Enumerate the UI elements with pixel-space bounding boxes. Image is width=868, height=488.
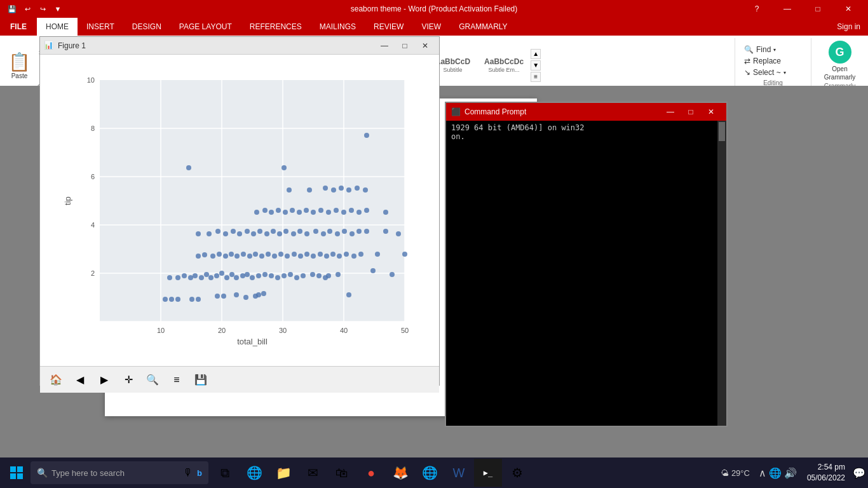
replace-button[interactable]: ⇄ Replace	[740, 55, 806, 67]
svg-point-83	[311, 254, 316, 259]
svg-point-97	[231, 229, 236, 234]
select-label: Select ~	[753, 68, 781, 77]
terminal-btn[interactable]: ▶_	[474, 459, 502, 487]
x-axis-label: total_bill	[237, 337, 268, 346]
svg-point-126	[304, 208, 309, 213]
taskbar-search[interactable]: 🔍 Type here to search 🎙 b	[31, 461, 208, 484]
customize-btn[interactable]: ▼	[51, 2, 65, 16]
tab-design[interactable]: DESIGN	[123, 18, 170, 36]
sign-in-btn[interactable]: Sign in	[829, 18, 868, 36]
styles-scroll-up[interactable]: ▲	[531, 49, 541, 59]
save-tool-btn[interactable]: 💾	[191, 370, 210, 390]
browser2-btn[interactable]: 🦊	[386, 459, 414, 487]
pan-tool-btn[interactable]: ✛	[119, 370, 138, 390]
svg-rect-0	[100, 80, 405, 322]
cmd-maximize-btn[interactable]: □	[681, 105, 701, 119]
svg-point-127	[311, 210, 316, 215]
edge-btn[interactable]: 🌐	[240, 459, 268, 487]
clock[interactable]: 2:54 pm 05/06/2022	[802, 462, 850, 484]
start-button[interactable]	[3, 459, 31, 487]
word-btn[interactable]: W	[445, 459, 473, 487]
tab-review[interactable]: REVIEW	[365, 18, 412, 36]
svg-point-38	[193, 273, 198, 278]
svg-point-68	[217, 252, 222, 257]
cmd-minimize-btn[interactable]: —	[660, 105, 681, 119]
weather-widget[interactable]: 🌤 29°C	[717, 468, 754, 478]
svg-point-95	[215, 229, 220, 234]
svg-point-77	[272, 254, 277, 259]
svg-point-53	[275, 275, 280, 280]
svg-point-32	[261, 291, 266, 296]
home-tool-btn[interactable]: 🏠	[46, 370, 65, 390]
styles-scroll-down[interactable]: ▼	[531, 60, 541, 71]
notification-icon[interactable]: 💬	[853, 467, 865, 479]
back-tool-btn[interactable]: ◀	[71, 370, 90, 390]
svg-point-61	[326, 273, 331, 278]
figure-icon: 📊	[44, 41, 54, 51]
figure-close-btn[interactable]: ✕	[415, 39, 435, 53]
tab-home[interactable]: HOME	[37, 18, 78, 36]
tab-page-layout[interactable]: PAGE LAYOUT	[170, 18, 241, 36]
weather-icon: 🌤	[721, 468, 729, 478]
close-btn[interactable]: ✕	[834, 0, 863, 18]
chrome2-btn[interactable]: 🌐	[416, 459, 444, 487]
cmd-close-btn[interactable]: ✕	[701, 105, 721, 119]
cmd-scroll-thumb[interactable]	[719, 122, 725, 141]
task-view-btn[interactable]: ⧉	[211, 459, 239, 487]
svg-point-119	[254, 210, 259, 215]
svg-point-92	[402, 252, 407, 257]
extra-btn[interactable]: ⚙	[503, 459, 531, 487]
svg-point-90	[358, 252, 363, 257]
svg-point-25	[196, 297, 201, 302]
volume-icon[interactable]: 🔊	[784, 467, 797, 479]
help-btn[interactable]: ?	[742, 0, 771, 18]
minimize-btn[interactable]: —	[773, 0, 802, 18]
configure-tool-btn[interactable]: ≡	[167, 370, 186, 390]
system-tray: ∧ 🌐 🔊	[756, 467, 799, 479]
style-subtle-em[interactable]: AaBbCcDc Subtle Em...	[478, 55, 529, 74]
svg-point-39	[199, 275, 204, 280]
zoom-tool-btn[interactable]: 🔍	[143, 370, 162, 390]
save-quick-btn[interactable]: 💾	[5, 2, 19, 16]
figure-maximize-btn[interactable]: □	[395, 39, 415, 53]
svg-point-55	[288, 272, 293, 277]
maximize-btn[interactable]: □	[803, 0, 832, 18]
styles-more[interactable]: ≡	[531, 72, 541, 82]
svg-point-58	[310, 272, 315, 277]
chrome-btn[interactable]: ●	[357, 459, 385, 487]
svg-point-122	[276, 208, 281, 213]
taskbar-icons: ⧉ 🌐 📁 ✉ 🛍 ● 🦊 🌐 W ▶_ ⚙	[211, 459, 531, 487]
svg-point-67	[210, 254, 215, 259]
svg-text:50: 50	[401, 327, 409, 334]
find-button[interactable]: 🔍 Find ▾	[740, 44, 806, 55]
svg-point-99	[245, 229, 250, 234]
tray-up-arrow[interactable]: ∧	[759, 467, 766, 479]
undo-btn[interactable]: ↩	[20, 2, 34, 16]
tab-mailings[interactable]: MAILINGS	[311, 18, 365, 36]
cmd-title: Command Prompt	[465, 107, 660, 116]
tab-references[interactable]: REFERENCES	[241, 18, 311, 36]
forward-tool-btn[interactable]: ▶	[95, 370, 114, 390]
mail-btn[interactable]: ✉	[299, 459, 327, 487]
tab-insert[interactable]: INSERT	[78, 18, 123, 36]
svg-point-46	[234, 275, 239, 280]
cmd-content[interactable]: 1929 64 bit (AMD64)] on win32 on.	[446, 121, 726, 426]
select-button[interactable]: ↘ Select ~ ▾	[740, 67, 806, 78]
replace-icon: ⇄	[744, 57, 750, 65]
figure-minimize-btn[interactable]: —	[374, 39, 395, 53]
paste-button[interactable]: 📋 Paste	[4, 50, 35, 81]
explorer-btn[interactable]: 📁	[269, 459, 297, 487]
svg-point-45	[229, 272, 234, 277]
grammarly-icon[interactable]: G	[829, 41, 851, 64]
cmd-scrollbar[interactable]	[717, 121, 726, 426]
svg-point-82	[304, 252, 309, 257]
network-icon[interactable]: 🌐	[769, 467, 782, 479]
tab-view[interactable]: VIEW	[412, 18, 450, 36]
redo-btn[interactable]: ↪	[36, 2, 50, 16]
store-btn[interactable]: 🛍	[328, 459, 356, 487]
find-label: Find	[756, 45, 771, 54]
tab-file[interactable]: FILE	[0, 18, 37, 36]
svg-point-100	[251, 231, 256, 236]
bing-logo: b	[197, 468, 202, 478]
tab-grammarly[interactable]: GRAMMARLY	[450, 18, 516, 36]
